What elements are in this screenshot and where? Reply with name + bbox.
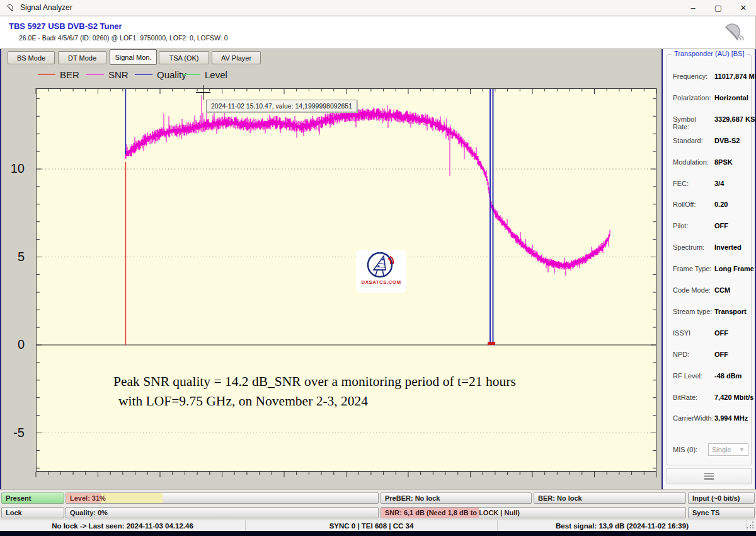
crosshair-cursor [203, 85, 203, 100]
status-bar-text: Present [6, 493, 31, 504]
transponder-field-label: Polarization: [673, 94, 714, 103]
window-title: Signal Analyzer [20, 3, 72, 12]
header: TBS 5927 USB DVB-S2 Tuner 26.0E - Badr 4… [0, 16, 755, 49]
transponder-field-label: FEC: [673, 180, 714, 189]
status-bar-text: Level: 31% [70, 493, 106, 504]
status-indicator-rows: PresentLevel: 31%PreBER: No lockBER: No … [0, 489, 756, 520]
close-button[interactable]: ✕ [731, 0, 756, 16]
tab-bar: BS ModeDT ModeSignal Mon.TSA (OK)AV Play… [1, 49, 660, 66]
transponder-field-label: Standard: [673, 137, 714, 146]
transponder-field-value: 3/4 [714, 180, 724, 189]
transponder-field-value: OFF [714, 222, 728, 231]
transponder-row: Pilot:OFF [673, 222, 748, 231]
device-title: TBS 5927 USB DVB-S2 Tuner [9, 21, 122, 31]
transponder-field-label: Symbol Rate: [673, 115, 714, 124]
dxsatcs-logo-icon [365, 251, 398, 280]
chart-plot[interactable] [36, 88, 656, 472]
status-bar-quality: Quality: 0% [66, 507, 379, 518]
transponder-field-value: Transport [714, 308, 747, 317]
legend-label: Level [205, 69, 227, 80]
transponder-field-label: Spectrum: [673, 243, 714, 252]
annotation-line-1: Peak SNR quality = 14.2 dB_SNR over a mo… [113, 372, 655, 392]
transponder-field-label: Stream type: [673, 308, 714, 317]
transponder-field-label: Frequency: [673, 73, 714, 81]
window-border-bottom [0, 531, 756, 536]
transponder-field-value: Inverted [714, 243, 742, 252]
transponder-field-value: Horizontal [714, 94, 748, 103]
transponder-field-label: CarrierWidth: [673, 414, 714, 423]
status-bar-text: SNR: 6,1 dB (Need 1,8 dB to LOCK | Null) [385, 508, 520, 518]
transponder-field-value: -48 dBm [714, 372, 742, 381]
transponder-field-value: DVB-S2 [714, 137, 740, 146]
transponder-groupbox: Transponder (AU) [BS] Frequency:11017,87… [667, 54, 752, 465]
transponder-field-label: RF Level: [673, 372, 714, 381]
chart-legend: BERSNRQualityLevel [1, 68, 656, 81]
transponder-row: Code Mode:CCM [673, 286, 748, 295]
chevron-down-icon: ▼ [739, 446, 745, 453]
transponder-field-label: Code Mode: [673, 286, 714, 295]
status-bar-text: Sync TS [692, 508, 719, 518]
transponder-row: Stream type:Transport [673, 308, 748, 317]
transponder-row: RF Level:-48 dBm [673, 372, 748, 381]
tab-signal-mon[interactable]: Signal Mon. [110, 49, 157, 65]
tab-dt-mode[interactable]: DT Mode [58, 51, 106, 64]
transponder-field-value: 3329,687 KS/s [714, 115, 756, 124]
status-bar: No lock -> Last seen: 2024-11-03 04.12.4… [0, 520, 756, 531]
transponder-row: BitRate:7,420 Mbit/s [673, 393, 748, 402]
status-bar-lock: Lock [1, 507, 64, 518]
tab-av-player[interactable]: AV Player [212, 51, 261, 64]
legend-item-snr: SNR [86, 68, 129, 81]
legend-item-quality: Quality [135, 68, 186, 81]
transponder-row: Modulation:8PSK [673, 158, 748, 167]
transponder-field-value: 11017,874 MHz [714, 73, 756, 81]
transponder-row: ISSYIOFF [673, 329, 748, 338]
transponder-field-label: ISSYI [673, 329, 714, 338]
mis-value: Single [712, 446, 731, 453]
title-bar: Signal Analyzer – ▢ ✕ [0, 0, 756, 16]
chart-annotation: Peak SNR quality = 14.2 dB_SNR over a mo… [113, 372, 655, 411]
transponder-row: Symbol Rate:3329,687 KS/s [673, 115, 748, 124]
panel-menu-button[interactable] [667, 468, 752, 484]
transponder-field-label: NPD: [673, 351, 714, 359]
transponder-row: Frame Type:Long Frame [673, 265, 748, 274]
statusbar-section-3: Best signal: 13,9 dB (2024-11-02 16:39) [498, 520, 747, 531]
transponder-row: Spectrum:Inverted [673, 243, 748, 252]
hamburger-icon [704, 473, 714, 480]
transponder-group-title: Transponder (AU) [BS] [672, 50, 747, 57]
transponder-field-label: Modulation: [673, 158, 714, 167]
y-tick-label: 0 [1, 337, 30, 352]
transponder-field-value: 0.20 [714, 201, 728, 209]
transponder-field-value: 3,994 MHz [714, 414, 748, 423]
status-bar-text: PreBER: No lock [385, 493, 440, 504]
legend-line-icon [86, 74, 104, 75]
transponder-field-label: Frame Type: [673, 265, 714, 274]
tab-bs-mode[interactable]: BS Mode [8, 51, 55, 64]
mis-dropdown[interactable]: Single ▼ [708, 443, 748, 456]
transponder-sidebar: Transponder (AU) [BS] Frequency:11017,87… [662, 49, 755, 489]
status-bar-present: Present [1, 492, 64, 504]
transponder-row: Frequency:11017,874 MHz [673, 73, 748, 81]
legend-item-level: Level [183, 68, 227, 81]
minimize-button[interactable]: – [680, 0, 706, 16]
y-tick-label: -5 [1, 426, 30, 440]
status-bar-snr: SNR: 6,1 dB (Need 1,8 dB to LOCK | Null) [381, 507, 686, 518]
status-bar-syncts: Sync TS [688, 507, 755, 518]
transponder-field-value: OFF [714, 329, 728, 338]
signal-monitor-chart: BERSNRQualityLevel 1050-5 2024-11-02 15.… [1, 66, 662, 489]
y-tick-label: 10 [1, 161, 30, 176]
satellite-dish-icon [722, 20, 746, 44]
tab-tsa-ok[interactable]: TSA (OK) [159, 51, 209, 64]
transponder-row: Standard:DVB-S2 [673, 137, 748, 146]
app-dish-icon [6, 3, 15, 13]
legend-item-ber: BER [38, 68, 79, 81]
transponder-field-label: Pilot: [673, 222, 714, 231]
data-point-tooltip: 2024-11-02 15.10.47, value: 14,199999809… [206, 100, 357, 112]
status-bar-text: Input (~0 bit/s) [692, 493, 740, 504]
transponder-row: RollOff:0.20 [673, 201, 748, 209]
transponder-field-value: Long Frame [714, 265, 754, 274]
legend-label: BER [60, 69, 79, 80]
maximize-button[interactable]: ▢ [706, 0, 731, 16]
transponder-field-label: RollOff: [673, 201, 714, 209]
resize-grip[interactable] [747, 521, 755, 530]
transponder-field-value: 8PSK [714, 158, 733, 167]
